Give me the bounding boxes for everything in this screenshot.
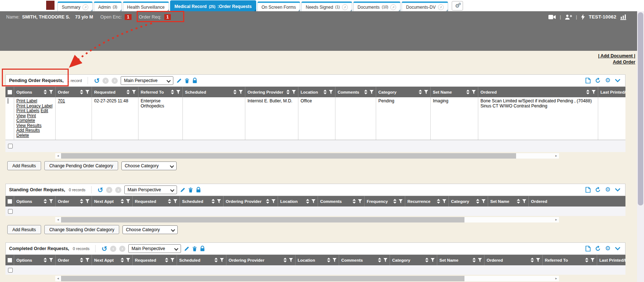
new-document-button[interactable] (585, 78, 591, 83)
filter-funnel-button[interactable] (591, 258, 595, 262)
sort-button[interactable] (121, 258, 124, 262)
sort-button[interactable] (353, 199, 356, 204)
order-number-link[interactable]: 701 (58, 98, 65, 103)
filter-funnel-button[interactable] (442, 199, 446, 203)
filter-funnel-button[interactable] (126, 199, 130, 203)
perspective-select[interactable]: Main Perspective (121, 76, 173, 85)
scroll-right-arrow[interactable]: ► (554, 217, 559, 222)
sort-button[interactable] (233, 90, 237, 94)
scroll-left-arrow[interactable]: ◄ (55, 276, 61, 281)
grid-settings-gear-button[interactable]: ⚙ (605, 78, 611, 83)
perspective-select[interactable]: Main Perspective (128, 244, 181, 253)
add-document-link[interactable]: | Add Document | (598, 53, 635, 58)
edit-pencil-button[interactable] (176, 78, 182, 83)
scroll-right-arrow[interactable]: ► (554, 153, 559, 159)
filter-funnel-button[interactable] (49, 258, 53, 262)
add-results-button[interactable]: Add Results (7, 161, 41, 170)
new-document-button[interactable] (585, 246, 591, 252)
tab-admin[interactable]: Admin(3) (94, 1, 121, 11)
collapse-chevron-button[interactable] (615, 188, 620, 192)
vertical-scrollbar[interactable] (637, 11, 644, 282)
option-link[interactable]: Add Results (16, 128, 40, 133)
collapse-chevron-button[interactable] (615, 247, 620, 250)
filter-funnel-button[interactable] (49, 199, 53, 203)
option-link[interactable]: Edit (41, 108, 48, 113)
filter-funnel-button[interactable] (170, 258, 174, 262)
filter-funnel-button[interactable] (239, 90, 243, 94)
vertical-scrollbar-thumb[interactable] (638, 12, 643, 205)
next-page-button[interactable]: › (112, 78, 118, 84)
collapse-chevron-button[interactable] (615, 79, 620, 82)
sort-button[interactable] (306, 199, 309, 204)
popout-icon[interactable]: ↗ (438, 4, 444, 10)
sort-button[interactable] (327, 258, 330, 262)
sort-button[interactable] (425, 258, 428, 262)
filter-funnel-button[interactable] (173, 199, 177, 203)
sort-button[interactable] (121, 199, 124, 204)
bar-chart-icon[interactable] (620, 14, 626, 20)
sort-button[interactable] (165, 258, 168, 262)
filter-funnel-button[interactable] (522, 199, 526, 203)
filter-funnel-button[interactable] (592, 90, 596, 94)
horizontal-scrollbar-thumb[interactable] (61, 217, 464, 222)
row-checkbox[interactable] (8, 144, 13, 148)
filter-funnel-button[interactable] (132, 90, 136, 94)
filter-funnel-button[interactable] (271, 199, 275, 203)
sort-button[interactable] (214, 258, 218, 262)
undo-button[interactable]: ↺ (94, 78, 100, 84)
sort-button[interactable] (517, 199, 520, 204)
sort-button[interactable] (437, 199, 440, 204)
sort-button[interactable] (44, 90, 47, 94)
filter-funnel-button[interactable] (399, 199, 403, 203)
undo-button[interactable]: ↺ (97, 187, 103, 193)
filter-funnel-button[interactable] (424, 90, 428, 94)
refresh-button[interactable] (595, 78, 601, 83)
scroll-left-arrow[interactable]: ◄ (55, 217, 61, 222)
lock-button[interactable] (192, 78, 197, 83)
sort-button[interactable] (323, 90, 327, 94)
tab-needs-signed[interactable]: Needs Signed(1)↗ (301, 1, 352, 11)
delete-trash-button[interactable] (188, 187, 193, 193)
next-page-button[interactable]: › (119, 246, 125, 252)
lock-button[interactable] (196, 187, 201, 193)
popout-icon[interactable]: ↗ (390, 4, 396, 10)
video-camera-icon[interactable] (548, 15, 556, 19)
horizontal-scrollbar[interactable]: ◄► (55, 153, 559, 159)
select-all-checkbox[interactable] (8, 90, 12, 94)
open-enc-badge[interactable]: 1 (125, 14, 132, 20)
next-page-button[interactable]: › (115, 187, 121, 193)
sort-button[interactable] (476, 199, 479, 204)
filter-funnel-button[interactable] (536, 258, 540, 262)
refresh-button[interactable] (595, 187, 601, 193)
edit-pencil-button[interactable] (184, 246, 189, 252)
add-order-link[interactable]: Add Order (613, 60, 635, 65)
select-all-checkbox[interactable] (8, 199, 12, 204)
filter-funnel-button[interactable] (289, 258, 293, 262)
filter-funnel-button[interactable] (85, 258, 89, 262)
refresh-button[interactable] (595, 246, 601, 252)
row-checkbox[interactable] (8, 209, 13, 214)
choose-category-select[interactable]: Choose Category (122, 225, 178, 234)
edit-pencil-button[interactable] (180, 187, 185, 193)
option-link[interactable]: Print Label (16, 98, 37, 103)
prev-page-button[interactable]: ‹ (106, 187, 112, 193)
sort-button[interactable] (44, 258, 47, 262)
lock-button[interactable] (200, 246, 205, 252)
add-results-button[interactable]: Add Results (7, 225, 41, 234)
row-checkbox[interactable] (8, 98, 8, 104)
change-pending-order-category-button[interactable]: Change Pending Order Category (44, 161, 118, 170)
sort-button[interactable] (466, 90, 470, 94)
undo-button[interactable]: ↺ (101, 246, 107, 252)
lightning-bolt-icon[interactable] (581, 14, 585, 20)
filter-funnel-button[interactable] (370, 90, 374, 94)
row-checkbox[interactable] (8, 268, 13, 273)
sort-button[interactable] (266, 199, 269, 204)
filter-funnel-button[interactable] (85, 90, 89, 94)
popout-icon[interactable]: ↗ (342, 4, 348, 10)
horizontal-scrollbar[interactable]: ◄► (55, 217, 559, 222)
scroll-right-arrow[interactable]: ► (554, 276, 559, 281)
sort-button[interactable] (286, 90, 290, 94)
option-link[interactable]: Delete (16, 133, 29, 138)
filter-funnel-button[interactable] (383, 258, 387, 262)
prev-page-button[interactable]: ‹ (102, 78, 109, 84)
